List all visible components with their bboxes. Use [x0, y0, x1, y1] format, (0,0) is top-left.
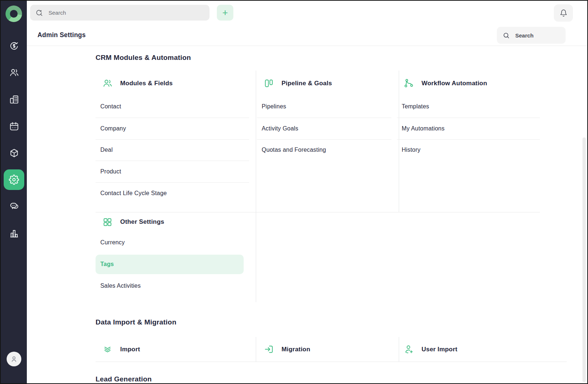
search-icon [503, 32, 510, 39]
column-title: Workflow Automation [422, 80, 487, 87]
list-item-tags-active[interactable]: Tags [96, 255, 244, 274]
contacts-icon[interactable] [7, 65, 21, 79]
column-title: Import [120, 346, 140, 353]
global-search[interactable] [30, 5, 209, 21]
column-divider [256, 71, 256, 212]
column-import: Import [96, 337, 249, 362]
section-divider [96, 362, 567, 362]
column-header-user-import[interactable]: User Import [397, 337, 540, 362]
column-title: Migration [282, 346, 310, 353]
list-item-contact[interactable]: Contact [96, 96, 249, 118]
column-header-modules-fields[interactable]: Modules & Fields [96, 71, 249, 96]
list-item-history[interactable]: History [397, 139, 540, 161]
users-icon [103, 78, 112, 88]
column-workflow-automation: Workflow Automation Templates My Automat… [397, 71, 540, 161]
settings-icon[interactable] [4, 169, 24, 190]
list-item-quotas-forecasting[interactable]: Quotas and Forecasting [257, 139, 391, 161]
products-icon[interactable] [7, 146, 21, 160]
section-title-crm: CRM Modules & Automation [96, 54, 191, 62]
column-divider [256, 337, 256, 362]
column-header-import[interactable]: Import [96, 337, 249, 362]
column-title: Modules & Fields [120, 80, 173, 87]
calendar-icon[interactable] [7, 119, 21, 133]
pipeline-icon [264, 78, 274, 88]
settings-search[interactable] [497, 27, 566, 44]
app-window: + Admin Settings CRM Modules & Automatio… [0, 0, 588, 384]
incoming-revenue-icon[interactable] [7, 39, 21, 53]
reports-icon[interactable] [7, 226, 21, 240]
column-header-other-settings[interactable]: Other Settings [96, 212, 249, 232]
workflow-icon [404, 78, 414, 88]
companies-icon[interactable] [7, 92, 21, 106]
vertical-scrollbar-thumb[interactable] [582, 137, 586, 382]
user-import-icon [404, 344, 414, 354]
column-title: Pipeline & Goals [282, 80, 332, 87]
list-item-sales-activities[interactable]: Sales Activities [96, 275, 249, 297]
page-title: Admin Settings [37, 31, 86, 39]
user-avatar-icon[interactable] [7, 352, 21, 366]
list-item-product[interactable]: Product [96, 161, 249, 182]
column-other-settings: Other Settings Currency Tags Sales Activ… [96, 212, 249, 297]
column-title: User Import [422, 346, 458, 353]
add-button[interactable]: + [217, 5, 233, 21]
column-modules-fields: Modules & Fields Contact Company Deal Pr… [96, 71, 249, 204]
header-divider [27, 46, 587, 46]
grid-icon [103, 217, 112, 227]
section-title-lead-generation: Lead Generation [96, 375, 152, 383]
list-item-company[interactable]: Company [96, 118, 249, 139]
column-pipeline-goals: Pipeline & Goals Pipelines Activity Goal… [257, 71, 391, 161]
list-item-deal[interactable]: Deal [96, 139, 249, 161]
column-title: Other Settings [120, 218, 164, 226]
column-header-pipeline-goals[interactable]: Pipeline & Goals [257, 71, 391, 96]
bell-icon [560, 9, 567, 17]
column-divider [256, 212, 256, 302]
section-title-data-import: Data Import & Migration [96, 318, 176, 326]
global-search-input[interactable] [48, 9, 204, 16]
column-header-migration[interactable]: Migration [257, 337, 391, 362]
import-icon [103, 344, 112, 354]
list-item-contact-life-cycle-stage[interactable]: Contact Life Cycle Stage [96, 182, 249, 204]
column-user-import: User Import [397, 337, 540, 362]
list-item-currency[interactable]: Currency [96, 232, 249, 254]
settings-search-input[interactable] [514, 32, 560, 39]
notifications-button[interactable] [554, 4, 573, 22]
app-logo-icon[interactable] [6, 6, 22, 22]
column-migration: Migration [257, 337, 391, 362]
sidebar [1, 1, 27, 383]
list-item-activity-goals[interactable]: Activity Goals [257, 118, 391, 139]
migration-icon [264, 344, 274, 354]
chat-icon[interactable] [7, 199, 21, 213]
list-item-pipelines[interactable]: Pipelines [257, 96, 391, 118]
list-item-my-automations[interactable]: My Automations [397, 118, 540, 139]
list-item-templates[interactable]: Templates [397, 96, 540, 118]
column-header-workflow-automation[interactable]: Workflow Automation [397, 71, 540, 96]
search-history-icon [35, 9, 43, 17]
